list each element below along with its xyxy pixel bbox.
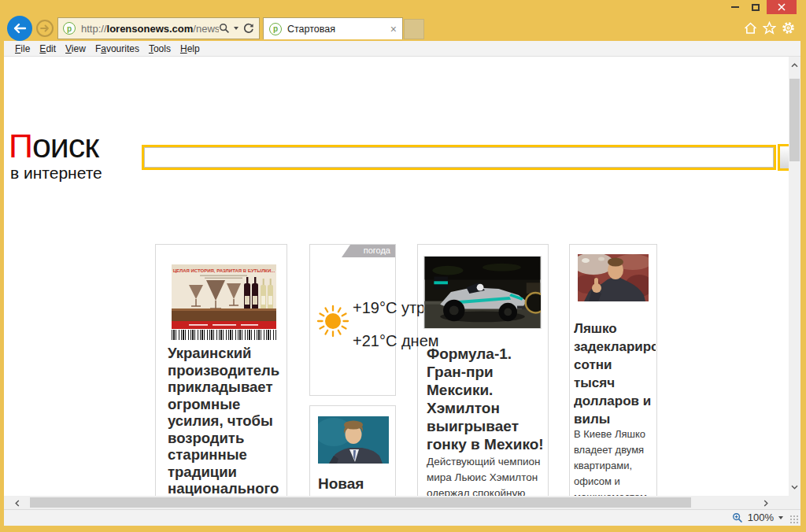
menu-file[interactable]: File xyxy=(15,43,30,54)
news-title[interactable]: Украинский производитель прикладывает ог… xyxy=(168,345,278,496)
vertical-scroll-thumb[interactable] xyxy=(789,79,800,161)
new-tab-button[interactable] xyxy=(404,19,424,39)
browser-chrome: p http://lorensonews.com/news/ p Стартов… xyxy=(0,0,806,41)
news-title[interactable]: Ляшко задекларировал сотни тысяч долларо… xyxy=(574,320,656,428)
browser-action-icons xyxy=(744,21,795,35)
menu-bar: File Edit View Favourites Tools Help xyxy=(4,41,800,57)
forward-button[interactable] xyxy=(36,20,54,37)
window-border-left xyxy=(0,41,4,532)
wine-ad-image: ЦЕЛАЯ ИСТОРИЯ, РАЗЛИТАЯ В БУТЫЛКИ... xyxy=(172,264,276,329)
minister-photo xyxy=(318,416,389,464)
lyashko-photo xyxy=(578,254,649,301)
news-title[interactable]: Новая xyxy=(318,475,393,493)
address-bar-icons xyxy=(219,23,254,35)
news-card-lyashko[interactable]: Ляшко задекларировал сотни тысяч долларо… xyxy=(569,244,657,496)
menu-edit[interactable]: Edit xyxy=(39,43,56,54)
news-card-minister[interactable]: Новая xyxy=(309,405,396,496)
minimize-icon xyxy=(731,6,739,8)
scroll-down-icon[interactable] xyxy=(791,485,798,490)
search-submit-button[interactable] xyxy=(778,144,789,171)
svg-text:ЦЕЛАЯ ИСТОРИЯ, РАЗЛИТАЯ В БУТЫ: ЦЕЛАЯ ИСТОРИЯ, РАЗЛИТАЯ В БУТЫЛКИ... xyxy=(173,268,275,273)
home-icon[interactable] xyxy=(744,21,757,35)
news-snippet: Действующий чемпион мира Льюис Хэмилтон … xyxy=(427,454,546,496)
horizontal-scroll-thumb[interactable] xyxy=(30,497,691,508)
browser-window: p http://lorensonews.com/news/ p Стартов… xyxy=(0,0,806,532)
zoom-control[interactable]: 100% xyxy=(732,512,783,523)
menu-tools[interactable]: Tools xyxy=(149,43,171,54)
refresh-icon[interactable] xyxy=(242,23,254,35)
zoom-level: 100% xyxy=(748,512,774,523)
menu-help[interactable]: Help xyxy=(180,43,200,54)
resize-grip[interactable] xyxy=(789,515,798,523)
close-icon xyxy=(778,3,786,11)
page-content: Поиск в интернете ЦЕЛАЯ ИСТОРИЯ, РАЗЛИТА… xyxy=(4,57,789,496)
vertical-scrollbar[interactable] xyxy=(789,57,800,496)
logo-title: Поиск xyxy=(9,129,102,163)
logo-tagline: в интернете xyxy=(10,164,102,181)
maximize-button[interactable] xyxy=(746,0,765,14)
search-icon[interactable] xyxy=(219,23,230,34)
wine-ad-caption-strip xyxy=(172,330,276,340)
back-arrow-icon xyxy=(13,23,27,34)
tab-favicon-icon: p xyxy=(269,23,282,35)
tab-title: Стартовая xyxy=(287,24,390,35)
settings-gear-icon[interactable] xyxy=(782,21,795,35)
address-dropdown-icon[interactable] xyxy=(234,27,238,30)
sun-icon xyxy=(315,303,351,339)
scroll-up-icon[interactable] xyxy=(791,63,798,68)
maximize-icon xyxy=(752,4,760,11)
horizontal-scrollbar[interactable] xyxy=(4,496,800,509)
news-card-wine[interactable]: ЦЕЛАЯ ИСТОРИЯ, РАЗЛИТАЯ В БУТЫЛКИ... xyxy=(155,244,287,496)
scroll-left-icon[interactable] xyxy=(15,500,20,507)
favorites-star-icon[interactable] xyxy=(763,21,776,35)
menu-view[interactable]: View xyxy=(65,43,86,54)
search-input[interactable] xyxy=(142,145,776,170)
window-border-bottom xyxy=(0,526,806,532)
weather-day-temp: +21°С днем xyxy=(353,332,439,350)
address-bar[interactable]: p http://lorensonews.com/news/ xyxy=(57,17,260,39)
scroll-right-icon[interactable] xyxy=(763,500,768,507)
menu-favourites[interactable]: Favourites xyxy=(95,43,139,54)
browser-tab[interactable]: p Стартовая × xyxy=(263,17,403,39)
tab-close-icon[interactable]: × xyxy=(390,24,397,35)
site-logo: Поиск в интернете xyxy=(9,129,102,181)
f1-car-photo xyxy=(423,256,542,329)
back-button[interactable] xyxy=(7,16,32,41)
zoom-dropdown-icon[interactable] xyxy=(778,516,783,519)
status-bar: 100% xyxy=(4,509,800,526)
news-snippet: В Киеве Ляшко владеет двумя квартирами, … xyxy=(574,427,653,496)
weather-label: погода xyxy=(342,245,395,257)
close-window-button[interactable] xyxy=(767,0,797,14)
news-title[interactable]: Формула-1. Гран-при Мексики. Хэмилтон вы… xyxy=(427,345,546,453)
forward-arrow-icon xyxy=(40,24,50,32)
window-border-right xyxy=(800,41,806,532)
zoom-magnifier-icon xyxy=(732,512,743,523)
site-favicon-icon: p xyxy=(63,22,76,35)
url-text: http://lorensonews.com/news/ xyxy=(81,23,219,35)
minimize-button[interactable] xyxy=(726,0,745,14)
